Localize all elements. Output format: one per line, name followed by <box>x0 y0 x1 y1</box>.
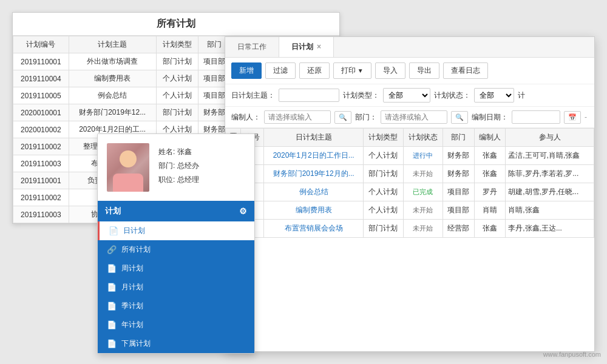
data-col-header: 编制人 <box>474 129 506 147</box>
status-badge: 已完成 <box>409 187 436 197</box>
status-cell: 进行中 <box>403 147 443 165</box>
type-select[interactable]: 全部 个人计划 部门计划 <box>383 88 430 103</box>
导入-button[interactable]: 导入 <box>375 62 405 79</box>
watermark: www.fanpusoft.com <box>543 351 601 358</box>
dept-search-btn[interactable]: 🔍 <box>451 111 468 124</box>
table-cell: 部门计划 <box>156 104 198 121</box>
participants-cell: 孟洁,王可可,肖睛,张鑫 <box>506 147 594 165</box>
doc-icon: 📄 <box>109 226 118 235</box>
subject-label: 日计划主题： <box>231 90 275 101</box>
tab-日常工作[interactable]: 日常工作 <box>225 37 279 57</box>
type-cell: 个人计划 <box>364 201 403 220</box>
date-label: 编制日期： <box>472 112 508 123</box>
sidebar-item-年计划[interactable]: 📄年计划 <box>98 315 254 334</box>
table-cell: 2019110005 <box>13 87 69 104</box>
main-panel: 日常工作日计划× 新增过滤还原打印导入导出查看日志 日计划主题： 计划类型： 全… <box>225 36 595 352</box>
data-table-wrapper: 序号日计划主题计划类型计划状态部门编制人参与人 12020年1月2日的工作日..… <box>225 128 594 351</box>
data-col-header: 日计划主题 <box>264 129 364 147</box>
dept-label: 部门： <box>355 112 377 123</box>
bg-panel-title: 所有计划 <box>13 13 339 36</box>
sidebar-item-label: 下属计划 <box>121 339 151 349</box>
bg-col-header: 计划类型 <box>156 36 198 53</box>
sidebar-item-下属计划[interactable]: 📄下属计划 <box>98 334 254 353</box>
creator-label: 编制人： <box>231 112 260 123</box>
subject-link[interactable]: 布置营销展会会场 <box>285 224 343 232</box>
status-cell: 未开始 <box>403 201 443 220</box>
table-cell: 2020010002 <box>13 121 69 138</box>
data-col-header: 部门 <box>443 129 474 147</box>
data-col-header: 参与人 <box>506 129 594 147</box>
table-row[interactable]: 12020年1月2日的工作日...个人计划进行中财务部张鑫孟洁,王可可,肖睛,张… <box>226 147 594 165</box>
creator-search-btn[interactable]: 🔍 <box>334 111 351 124</box>
user-title: 职位: 总经理 <box>158 175 199 185</box>
sidebar-item-日计划[interactable]: 📄日计划 <box>98 221 254 240</box>
table-row[interactable]: 5布置营销展会会场部门计划未开始经营部张鑫李丹,张鑫,王达... <box>226 220 594 238</box>
dept-cell: 项目部 <box>443 183 474 201</box>
还原-button[interactable]: 还原 <box>299 62 330 79</box>
table-cell: 2019110003 <box>13 155 69 172</box>
subject-link[interactable]: 财务部门2019年12月的... <box>273 169 354 178</box>
date-start-picker[interactable]: 📅 <box>564 111 581 124</box>
status-label: 计划状态： <box>434 90 470 101</box>
sidebar-item-周计划[interactable]: 📄周计划 <box>98 259 254 278</box>
participants-cell: 李丹,张鑫,王达... <box>506 220 594 238</box>
subject-cell: 2020年1月2日的工作日... <box>264 147 364 165</box>
status-badge: 未开始 <box>409 223 436 234</box>
user-dept: 部门: 总经办 <box>158 161 199 171</box>
creator-cell: 肖睛 <box>474 201 506 220</box>
过滤-button[interactable]: 过滤 <box>265 62 296 79</box>
doc-icon: 📄 <box>107 302 117 311</box>
subject-link[interactable]: 例会总结 <box>299 187 328 196</box>
type-cell: 个人计划 <box>364 183 403 201</box>
gear-icon[interactable]: ⚙ <box>239 206 247 216</box>
user-info-text: 姓名: 张鑫 部门: 总经办 职位: 总经理 <box>158 147 199 189</box>
data-table: 序号日计划主题计划类型计划状态部门编制人参与人 12020年1月2日的工作日..… <box>225 128 594 238</box>
search-icon: 🔗 <box>107 245 117 254</box>
date-start-input[interactable] <box>512 110 560 124</box>
查看日志-button[interactable]: 查看日志 <box>443 62 488 79</box>
table-cell: 2019110004 <box>13 70 69 87</box>
sidebar-item-月计划[interactable]: 📄月计划 <box>98 278 254 297</box>
avatar <box>107 143 149 192</box>
subject-link[interactable]: 2020年1月2日的工作日... <box>273 151 354 160</box>
doc-icon: 📄 <box>107 283 117 292</box>
dept-input[interactable] <box>381 110 447 124</box>
bg-col-header: 计划主题 <box>69 36 156 53</box>
sidebar-item-label: 季计划 <box>121 301 143 311</box>
creator-input[interactable] <box>264 110 331 124</box>
sidebar-item-label: 所有计划 <box>121 244 151 255</box>
table-row[interactable]: 4编制费用表个人计划未开始项目部肖睛肖睛,张鑫 <box>226 201 594 220</box>
filter-row-2: 编制人： 🔍 部门： 🔍 编制日期： 📅 - <box>225 107 594 128</box>
popup-menu-header: 计划 ⚙ <box>98 201 254 221</box>
status-select[interactable]: 全部 未开始 进行中 已完成 <box>474 88 514 103</box>
participants-cell: 胡建,胡雪,罗丹,任晓... <box>506 183 594 201</box>
main-tabs: 日常工作日计划× <box>225 37 594 58</box>
bg-col-header: 计划编号 <box>13 36 69 53</box>
table-row[interactable]: 3例会总结个人计划已完成项目部罗丹胡建,胡雪,罗丹,任晓... <box>226 183 594 201</box>
dept-cell: 财务部 <box>443 165 474 183</box>
新增-button[interactable]: 新增 <box>231 62 262 79</box>
date-separator: - <box>585 113 587 121</box>
tab-close-icon[interactable]: × <box>317 42 321 51</box>
table-cell: 2019110002 <box>13 189 69 206</box>
popup-user-info: 姓名: 张鑫 部门: 总经办 职位: 总经理 <box>98 134 254 201</box>
popup-menu-title: 计划 <box>105 206 121 217</box>
data-col-header: 计划状态 <box>403 129 443 147</box>
导出-button[interactable]: 导出 <box>409 62 439 79</box>
participants-cell: 肖睛,张鑫 <box>506 201 594 220</box>
creator-cell: 张鑫 <box>474 147 506 165</box>
tab-日计划[interactable]: 日计划× <box>279 37 334 57</box>
doc-icon: 📄 <box>107 320 117 329</box>
more-label: 计 <box>518 90 525 101</box>
type-label: 计划类型： <box>343 90 379 101</box>
subject-link[interactable]: 编制费用表 <box>296 206 332 214</box>
打印-button[interactable]: 打印 <box>333 62 371 79</box>
status-cell: 未开始 <box>403 220 443 238</box>
subject-input[interactable] <box>279 89 339 102</box>
sidebar-item-季计划[interactable]: 📄季计划 <box>98 297 254 315</box>
table-row[interactable]: 2财务部门2019年12月的...部门计划未开始财务部张鑫陈菲,罗丹,李若若,罗… <box>226 165 594 183</box>
status-badge: 进行中 <box>409 150 436 161</box>
table-cell: 个人计划 <box>156 87 198 104</box>
sidebar-item-所有计划[interactable]: 🔗所有计划 <box>98 240 254 259</box>
table-cell: 2019110003 <box>13 206 69 223</box>
